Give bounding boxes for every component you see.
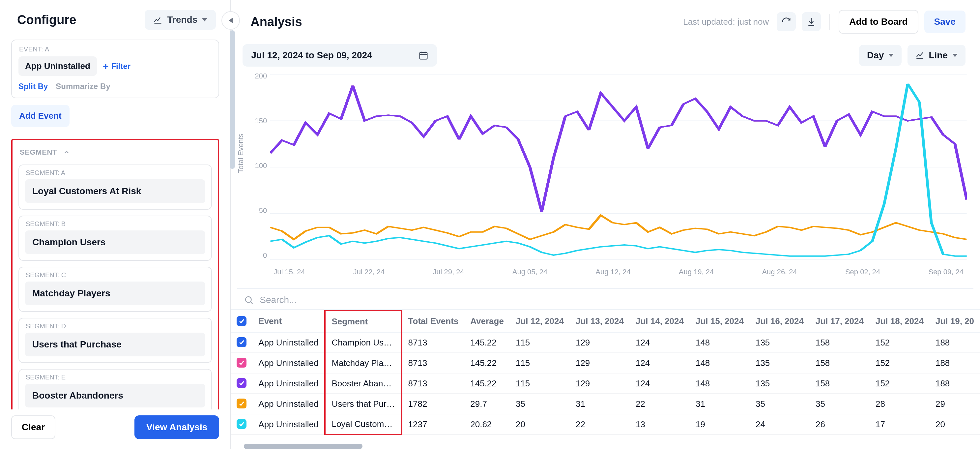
x-tick-label: Jul 29, 24 [433, 267, 464, 276]
split-by-button[interactable]: Split By [19, 82, 48, 91]
plus-icon: + [103, 61, 109, 71]
segment-panel: SEGMENT SEGMENT: A Loyal Customers At Ri… [11, 139, 219, 409]
table-header-cell[interactable]: Total Events [402, 310, 465, 332]
table-cell: 24 [750, 414, 810, 435]
row-checkbox[interactable] [237, 358, 247, 368]
y-tick-label: 150 [255, 117, 267, 125]
svg-rect-0 [420, 53, 427, 59]
table-header-cell[interactable]: Jul 19, 20 [929, 310, 980, 332]
table-cell: 188 [929, 353, 980, 373]
refresh-button[interactable] [777, 12, 796, 31]
summarize-by-button[interactable]: Summarize By [56, 82, 110, 91]
view-analysis-button[interactable]: View Analysis [134, 416, 219, 439]
table-cell: 158 [810, 373, 870, 393]
segment-section-header[interactable]: SEGMENT [16, 146, 214, 162]
chevron-up-icon [63, 149, 70, 156]
download-icon [807, 17, 816, 27]
table-cell: App Uninstalled [252, 332, 325, 353]
chart-type-dropdown[interactable]: Line [907, 45, 966, 66]
row-checkbox[interactable] [237, 337, 247, 347]
save-button[interactable]: Save [924, 11, 966, 33]
segment-card: SEGMENT: D Users that Purchase [19, 318, 212, 363]
calendar-icon [418, 51, 428, 61]
table-cell: 148 [690, 332, 750, 353]
table-cell: 1237 [402, 414, 465, 435]
select-all-checkbox[interactable] [237, 316, 247, 326]
table-cell: 115 [510, 373, 570, 393]
table-cell: 152 [870, 373, 929, 393]
table-cell: 152 [870, 353, 929, 373]
table-cell: 115 [510, 332, 570, 353]
trends-dropdown[interactable]: Trends [145, 10, 216, 30]
table-cell: 20.62 [464, 414, 510, 435]
table-cell: 22 [630, 393, 690, 414]
event-card-header: EVENT: A [19, 43, 212, 56]
table-cell: 129 [570, 373, 630, 393]
table-cell: Users that Pur… [325, 393, 401, 414]
table-cell: 13 [630, 414, 690, 435]
x-tick-label: Sep 09, 24 [928, 267, 963, 276]
segment-pill[interactable]: Loyal Customers At Risk [25, 179, 205, 203]
table-cell: 188 [929, 373, 980, 393]
table-header-cell[interactable]: Jul 12, 2024 [510, 310, 570, 332]
add-event-button[interactable]: Add Event [11, 105, 70, 127]
refresh-icon [781, 17, 791, 27]
y-tick-label: 200 [255, 72, 267, 80]
segment-pill[interactable]: Users that Purchase [25, 333, 205, 357]
add-filter-button[interactable]: + Filter [103, 61, 130, 71]
table-cell: Loyal Custom… [325, 414, 401, 435]
table-header-cell[interactable]: Jul 15, 2024 [690, 310, 750, 332]
segment-pill[interactable]: Champion Users [25, 231, 205, 254]
x-tick-label: Sep 02, 24 [845, 267, 880, 276]
chart-series-line [270, 215, 967, 239]
table-cell: App Uninstalled [252, 393, 325, 414]
add-to-board-button[interactable]: Add to Board [838, 10, 918, 33]
table-row: App UninstalledMatchday Pla…8713145.2211… [231, 353, 980, 373]
table-header-cell[interactable]: Event [252, 310, 325, 332]
search-input[interactable] [260, 295, 967, 305]
table-cell: 8713 [402, 373, 465, 393]
table-cell: Champion Us… [325, 332, 401, 353]
table-header-cell[interactable]: Average [464, 310, 510, 332]
granularity-dropdown[interactable]: Day [859, 45, 902, 66]
row-checkbox[interactable] [237, 378, 247, 388]
filter-label: Filter [111, 62, 130, 71]
table-row: App UninstalledBooster Aban…8713145.2211… [231, 373, 980, 393]
data-table-scroll[interactable]: EventSegmentTotal EventsAverageJul 12, 2… [231, 310, 980, 444]
table-header-cell[interactable]: Jul 17, 2024 [810, 310, 870, 332]
segment-card-label: SEGMENT: E [25, 372, 205, 384]
table-cell: 29 [929, 393, 980, 414]
clear-button[interactable]: Clear [11, 416, 56, 439]
row-checkbox[interactable] [237, 419, 247, 429]
granularity-label: Day [867, 50, 884, 61]
table-header-cell[interactable]: Jul 14, 2024 [630, 310, 690, 332]
table-header-cell[interactable]: Jul 18, 2024 [870, 310, 929, 332]
horizontal-scrollbar[interactable] [237, 444, 403, 449]
table-cell: 35 [750, 393, 810, 414]
table-cell: 152 [870, 332, 929, 353]
collapse-left-panel-button[interactable] [221, 11, 240, 30]
segment-pill[interactable]: Booster Abandoners [25, 384, 205, 408]
date-range-picker[interactable]: Jul 12, 2024 to Sep 09, 2024 [243, 44, 437, 67]
y-tick-label: 50 [259, 206, 267, 215]
configure-title: Configure [17, 13, 76, 27]
table-header-cell[interactable]: Jul 16, 2024 [750, 310, 810, 332]
event-name-pill[interactable]: App Uninstalled [19, 56, 97, 76]
segment-card: SEGMENT: C Matchday Players [19, 267, 212, 312]
chart-series-line [270, 86, 967, 212]
table-cell: 158 [810, 332, 870, 353]
line-chart-icon [915, 51, 924, 60]
segment-pill[interactable]: Matchday Players [25, 282, 205, 305]
chart-series-line [270, 86, 967, 212]
table-header-cell[interactable]: Segment [325, 310, 401, 332]
table-cell: 135 [750, 332, 810, 353]
table-header-cell[interactable]: Jul 13, 2024 [570, 310, 630, 332]
table-cell: 158 [810, 353, 870, 373]
chevron-down-icon [952, 54, 958, 57]
table-cell: 124 [630, 373, 690, 393]
y-tick-label: 0 [263, 251, 267, 260]
last-updated-text: Last updated: just now [683, 17, 769, 27]
download-button[interactable] [802, 12, 821, 31]
row-checkbox[interactable] [237, 398, 247, 408]
trends-icon [153, 15, 162, 24]
